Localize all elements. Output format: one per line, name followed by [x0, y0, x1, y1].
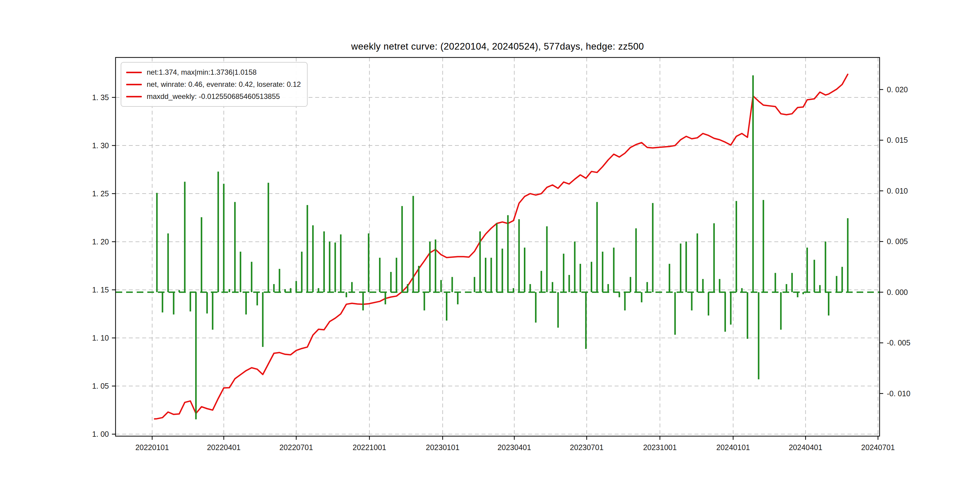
red-line-swatch-icon — [126, 72, 142, 73]
weekly-return-bar — [646, 282, 648, 293]
weekly-return-bar — [747, 292, 748, 339]
y-right-tick-label: 0. 005 — [887, 237, 908, 246]
weekly-return-bar — [557, 292, 559, 328]
weekly-return-bar — [680, 243, 681, 292]
weekly-return-bar — [201, 217, 202, 292]
weekly-return-bar — [546, 226, 548, 292]
x-tick-label: 20220401 — [207, 443, 240, 452]
weekly-return-bar — [563, 254, 565, 292]
weekly-return-bar — [674, 292, 676, 335]
weekly-return-bar — [279, 269, 280, 292]
weekly-return-bar — [825, 242, 826, 293]
net-curve — [154, 75, 848, 419]
weekly-return-bar — [691, 292, 693, 310]
weekly-return-bar — [652, 203, 654, 292]
legend: net:1.374, max|min:1.3736|1.0158 net, wi… — [121, 62, 308, 107]
weekly-return-bar — [312, 225, 313, 292]
weekly-return-bar — [307, 205, 308, 292]
weekly-return-bar — [552, 282, 553, 293]
weekly-return-bar — [713, 223, 715, 292]
y-left-tick-label: 1. 10 — [92, 334, 109, 342]
weekly-return-bar — [641, 292, 643, 302]
weekly-return-bar — [596, 202, 598, 292]
weekly-return-bar — [479, 231, 481, 292]
red-line-swatch-icon — [126, 84, 142, 85]
x-tick-label: 20221001 — [353, 443, 386, 452]
weekly-return-bar — [758, 292, 759, 379]
weekly-return-bar — [501, 249, 503, 292]
weekly-return-bar — [786, 284, 788, 292]
weekly-return-bar — [385, 292, 386, 304]
weekly-return-bar — [329, 242, 330, 293]
weekly-return-bar — [491, 258, 492, 292]
weekly-return-bar — [842, 267, 843, 292]
weekly-return-bar — [401, 206, 403, 292]
legend-item: maxdd_weekly: -0.012550685460513855 — [126, 91, 301, 103]
legend-item: net:1.374, max|min:1.3736|1.0158 — [126, 66, 301, 78]
x-tick-label: 20220701 — [280, 443, 313, 452]
y-left-tick-label: 1. 05 — [92, 382, 109, 390]
weekly-return-bar — [602, 251, 603, 292]
weekly-return-bar — [519, 219, 520, 292]
weekly-return-bar — [697, 234, 698, 292]
weekly-return-bar — [245, 292, 247, 315]
weekly-return-bar — [457, 292, 458, 304]
weekly-return-bar — [828, 292, 829, 315]
weekly-return-bar — [346, 292, 347, 298]
y-left-tick-label: 1. 00 — [92, 430, 109, 438]
y-left-tick-label: 1. 25 — [92, 189, 109, 198]
weekly-return-bar — [340, 234, 342, 292]
weekly-return-bar — [780, 292, 781, 330]
y-right-tick-label: 0. 015 — [887, 136, 908, 144]
weekly-return-bar — [262, 292, 263, 347]
weekly-return-bar — [579, 264, 581, 292]
x-tick-label: 20230701 — [570, 443, 603, 452]
y-right-tick-label: 0. 010 — [887, 187, 908, 195]
weekly-return-bar — [814, 260, 815, 292]
weekly-return-bar — [351, 282, 353, 293]
weekly-return-bar — [323, 231, 325, 292]
y-right-tick-label: -0. 010 — [887, 389, 910, 398]
weekly-return-bar — [568, 275, 570, 292]
matplotlib-figure: weekly netret curve: (20220104, 20240524… — [0, 0, 980, 490]
weekly-return-bar — [240, 251, 241, 292]
weekly-return-bar — [407, 284, 408, 292]
x-tick-label: 20220101 — [135, 443, 169, 452]
weekly-return-bar — [301, 251, 302, 292]
weekly-return-bar — [223, 184, 224, 293]
weekly-return-bar — [775, 273, 776, 292]
weekly-return-bar — [752, 75, 754, 292]
weekly-return-bar — [412, 196, 414, 292]
x-tick-label: 20230401 — [498, 443, 531, 452]
weekly-return-bar — [229, 289, 230, 292]
weekly-return-bar — [535, 292, 536, 323]
weekly-return-bar — [296, 281, 297, 292]
weekly-return-bar — [585, 292, 587, 349]
y-right-tick-label: 0. 020 — [887, 85, 908, 94]
y-right-tick-label: -0. 005 — [887, 339, 910, 347]
weekly-return-bar — [268, 183, 269, 292]
weekly-return-bar — [541, 271, 542, 292]
weekly-return-bar — [446, 292, 447, 321]
weekly-return-bar — [396, 258, 397, 292]
weekly-return-bar — [474, 277, 475, 292]
y-left-tick-label: 1. 35 — [92, 93, 109, 102]
weekly-return-bar — [234, 202, 235, 292]
weekly-return-bar — [190, 292, 191, 312]
weekly-return-bar — [496, 223, 498, 292]
weekly-return-bar — [529, 284, 531, 292]
weekly-return-bar — [485, 258, 486, 292]
weekly-return-bar — [212, 292, 213, 330]
weekly-return-bar — [390, 272, 392, 292]
weekly-return-bar — [256, 292, 258, 305]
weekly-return-bar — [195, 292, 197, 419]
weekly-return-bar — [441, 280, 442, 292]
weekly-return-bar — [613, 248, 615, 292]
x-tick-label: 20231001 — [643, 443, 677, 452]
weekly-return-bar — [719, 279, 721, 292]
weekly-return-bar — [418, 266, 420, 292]
weekly-return-bar — [218, 172, 219, 292]
weekly-return-bar — [507, 215, 509, 292]
plot-frame — [116, 57, 880, 436]
weekly-return-bar — [167, 234, 169, 292]
